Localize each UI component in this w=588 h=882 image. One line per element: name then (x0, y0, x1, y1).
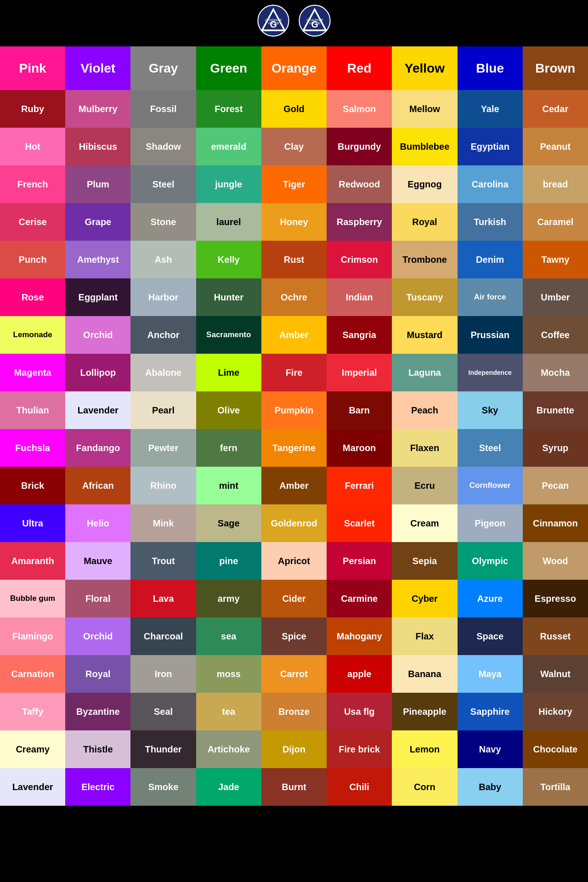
color-cedar: Cedar (523, 90, 588, 128)
subtitle (0, 39, 588, 46)
color-carolina: Carolina (458, 165, 523, 203)
color-cider: Cider (261, 580, 327, 617)
color-sacramento: Sacramento (196, 316, 261, 354)
header-gray: Gray (130, 46, 196, 90)
color-cerise: Cerise (0, 203, 65, 241)
color-steel: Steel (458, 429, 523, 467)
color-amber: Amber (261, 316, 327, 354)
color-row-13: Bubble gumFloralLavaarmyCiderCarmineCybe… (0, 580, 588, 617)
color-emerald: emerald (196, 128, 261, 165)
color-stone: Stone (130, 203, 196, 241)
color-laguna: Laguna (392, 354, 457, 391)
color-fandango: Fandango (65, 429, 130, 467)
color-mocha: Mocha (523, 354, 588, 391)
color-denim: Denim (458, 241, 523, 278)
header-violet: Violet (65, 46, 130, 90)
color-amber: Amber (261, 467, 327, 504)
color-sapphire: Sapphire (458, 693, 523, 730)
color-bronze: Bronze (261, 693, 327, 730)
color-jungle: jungle (196, 165, 261, 203)
color-carrot: Carrot (261, 655, 327, 693)
header-yellow: Yellow (392, 46, 457, 90)
color-ferrari: Ferrari (327, 467, 392, 504)
color-tea: tea (196, 693, 261, 730)
color-iron: Iron (130, 655, 196, 693)
header-red: Red (327, 46, 392, 90)
color-chili: Chili (327, 768, 392, 806)
color-orchid: Orchid (65, 316, 130, 354)
color-usa-flg: Usa flg (327, 693, 392, 730)
color-lemonade: Lemonade (0, 316, 65, 354)
color-brick: Brick (0, 467, 65, 504)
color-ochre: Ochre (261, 278, 327, 316)
color-taffy: Taffy (0, 693, 65, 730)
color-row-6: LemonadeOrchidAnchorSacramentoAmberSangr… (0, 316, 588, 354)
color-fossil: Fossil (130, 90, 196, 128)
color-trout: Trout (130, 542, 196, 580)
color-maroon: Maroon (327, 429, 392, 467)
color-row-7: MagentaLollipopAbaloneLimeFireImperialLa… (0, 354, 588, 391)
color-eggplant: Eggplant (65, 278, 130, 316)
color-byzantine: Byzantine (65, 693, 130, 730)
color-ash: Ash (130, 241, 196, 278)
color-syrup: Syrup (523, 429, 588, 467)
color-imperial: Imperial (327, 354, 392, 391)
color-lavender: Lavender (65, 391, 130, 429)
color-helio: Helio (65, 504, 130, 542)
color-magenta: Magenta (0, 354, 65, 391)
color-grape: Grape (65, 203, 130, 241)
color-tiger: Tiger (261, 165, 327, 203)
color-smoke: Smoke (130, 768, 196, 806)
color-thulian: Thulian (0, 391, 65, 429)
header-orange: Orange (261, 46, 327, 90)
color-sage: Sage (196, 504, 261, 542)
color-peach: Peach (392, 391, 457, 429)
header-green: Green (196, 46, 261, 90)
color-pewter: Pewter (130, 429, 196, 467)
color-row-4: PunchAmethystAshKellyRustCrimsonTrombone… (0, 241, 588, 278)
color-pigeon: Pigeon (458, 504, 523, 542)
color-thunder: Thunder (130, 730, 196, 768)
color-bubble-gum: Bubble gum (0, 580, 65, 617)
color-ultra: Ultra (0, 504, 65, 542)
color-cyber: Cyber (392, 580, 457, 617)
color-hickory: Hickory (523, 693, 588, 730)
color-mahogany: Mahogany (327, 617, 392, 655)
color-gold: Gold (261, 90, 327, 128)
column-headers: PinkVioletGrayGreenOrangeRedYellowBlueBr… (0, 46, 588, 90)
color-raspberry: Raspberry (327, 203, 392, 241)
color-trombone: Trombone (392, 241, 457, 278)
color-pearl: Pearl (130, 391, 196, 429)
color-artichoke: Artichoke (196, 730, 261, 768)
color-rhino: Rhino (130, 467, 196, 504)
color-electric: Electric (65, 768, 130, 806)
color-chocolate: Chocolate (523, 730, 588, 768)
color-burnt: Burnt (261, 768, 327, 806)
color-row-2: FrenchPlumSteeljungleTigerRedwoodEggnogC… (0, 165, 588, 203)
color-row-17: CreamyThistleThunderArtichokeDijonFire b… (0, 730, 588, 768)
color-fire: Fire (261, 354, 327, 391)
color-mustard: Mustard (392, 316, 457, 354)
color-fern: fern (196, 429, 261, 467)
color-cornflower: Cornflower (458, 467, 523, 504)
color-walnut: Walnut (523, 655, 588, 693)
color-cinnamon: Cinnamon (523, 504, 588, 542)
color-pumpkin: Pumpkin (261, 391, 327, 429)
color-ecru: Ecru (392, 467, 457, 504)
color-spice: Spice (261, 617, 327, 655)
color-shadow: Shadow (130, 128, 196, 165)
color-flaxen: Flaxen (392, 429, 457, 467)
color-flamingo: Flamingo (0, 617, 65, 655)
color-dijon: Dijon (261, 730, 327, 768)
color-forest: Forest (196, 90, 261, 128)
color-goldenrod: Goldenrod (261, 504, 327, 542)
color-tuscany: Tuscany (392, 278, 457, 316)
color-persian: Persian (327, 542, 392, 580)
color-harbor: Harbor (130, 278, 196, 316)
color-amethyst: Amethyst (65, 241, 130, 278)
color-row-12: AmaranthMauveTroutpineApricotPersianSepi… (0, 542, 588, 580)
color-royal: Royal (392, 203, 457, 241)
color-banana: Banana (392, 655, 457, 693)
color-russet: Russet (523, 617, 588, 655)
color-sangria: Sangria (327, 316, 392, 354)
